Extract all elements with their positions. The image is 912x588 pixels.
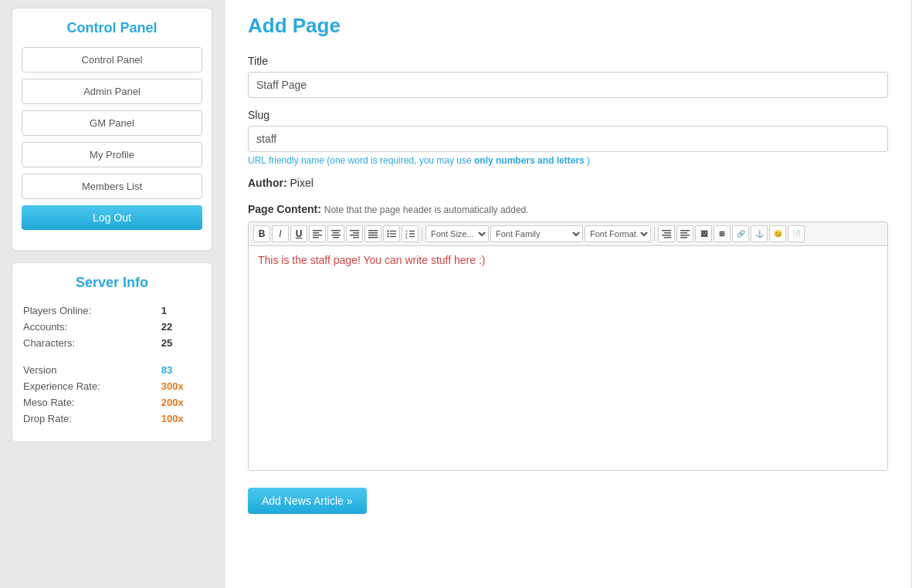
align-justify-button[interactable] (364, 225, 381, 242)
font-family-select[interactable]: Font Family ArialTimes New RomanCourier … (490, 225, 583, 242)
editor-text: This is the staff page! You can write st… (258, 254, 485, 266)
svg-rect-35 (680, 237, 687, 238)
editor-toolbar: B I U (249, 222, 887, 246)
nav-members-list[interactable]: Members List (22, 174, 202, 199)
indent-button[interactable] (658, 225, 675, 242)
title-input[interactable] (248, 72, 888, 98)
ordered-list-button[interactable]: 1.2.3. (402, 225, 419, 242)
players-online-label: Players Online: (23, 303, 160, 318)
svg-rect-14 (368, 235, 378, 236)
version-row: Version 83 (23, 363, 201, 377)
insert-image-button[interactable]: 🖼 (695, 225, 712, 242)
svg-rect-28 (662, 230, 671, 231)
meso-rate-row: Meso Rate: 200x (23, 395, 201, 410)
svg-rect-33 (680, 232, 687, 234)
author-value: Pixel (290, 177, 313, 189)
svg-rect-21 (390, 236, 396, 237)
align-center-button[interactable] (327, 225, 344, 242)
outdent-button[interactable] (676, 225, 693, 242)
svg-rect-1 (313, 232, 319, 234)
svg-rect-15 (368, 237, 378, 238)
svg-rect-6 (331, 235, 341, 236)
svg-rect-11 (353, 237, 359, 238)
nav-admin-panel[interactable]: Admin Panel (22, 79, 202, 104)
exp-rate-value: 300x (161, 379, 201, 394)
bold-button[interactable]: B (253, 225, 270, 242)
meso-rate-value: 200x (161, 395, 201, 410)
drop-rate-value: 100x (161, 411, 201, 426)
page-content-label: Page Content: (248, 203, 321, 215)
exp-rate-label: Experience Rate: (23, 379, 160, 394)
meso-rate-label: Meso Rate: (23, 395, 160, 410)
svg-point-20 (387, 235, 388, 237)
svg-text:3.: 3. (405, 235, 408, 238)
players-online-row: Players Online: 1 (23, 303, 201, 318)
svg-rect-4 (331, 230, 341, 231)
author-line: Author: Pixel (248, 177, 888, 189)
underline-button[interactable]: U (290, 225, 307, 242)
author-label: Author: (248, 177, 287, 189)
insert-table-button[interactable]: ⊞ (714, 225, 731, 242)
server-stats-table: Players Online: 1 Accounts: 22 Character… (22, 302, 202, 427)
page-content-note: Note that the page header is automatical… (324, 204, 529, 215)
slug-input[interactable] (248, 126, 888, 152)
toolbar-sep-2 (654, 227, 655, 241)
drop-rate-label: Drop Rate: (23, 411, 160, 426)
font-format-select[interactable]: Font Format NormalHeading 1Heading 2Head… (585, 225, 651, 242)
characters-value: 25 (161, 336, 201, 350)
characters-row: Characters: 25 (23, 336, 201, 350)
font-size-select[interactable]: Font Size... 810121416182436 (425, 225, 489, 242)
svg-rect-34 (680, 235, 690, 236)
slug-label: Slug (248, 109, 888, 121)
logout-button[interactable]: Log Out (22, 205, 202, 230)
exp-rate-row: Experience Rate: 300x (23, 379, 201, 394)
drop-rate-row: Drop Rate: 100x (23, 411, 201, 426)
version-label: Version (23, 363, 160, 377)
svg-rect-31 (664, 237, 671, 238)
emoticon-button[interactable]: 😊 (769, 225, 786, 242)
svg-rect-17 (390, 231, 396, 231)
svg-rect-30 (662, 235, 671, 236)
version-value: 83 (161, 363, 201, 377)
svg-rect-2 (313, 235, 322, 236)
svg-rect-5 (333, 232, 339, 234)
svg-rect-23 (409, 231, 415, 231)
page-title: Add Page (248, 14, 888, 38)
align-right-button[interactable] (346, 225, 363, 242)
nav-gm-panel[interactable]: GM Panel (22, 110, 202, 136)
svg-rect-32 (680, 230, 690, 231)
svg-rect-19 (390, 233, 396, 234)
accounts-row: Accounts: 22 (23, 319, 201, 334)
accounts-label: Accounts: (23, 319, 160, 334)
insert-link-button[interactable]: 🔗 (732, 225, 749, 242)
control-panel-panel: Control Panel Control Panel Admin Panel … (12, 8, 212, 251)
sidebar: Control Panel Control Panel Admin Panel … (0, 0, 224, 588)
server-info-title: Server Info (22, 275, 202, 291)
slug-hint-bold: only numbers and letters (474, 155, 585, 166)
rich-text-editor: B I U (248, 221, 888, 471)
editor-content-area[interactable]: This is the staff page! You can write st… (249, 246, 887, 470)
source-button[interactable]: 📄 (788, 225, 805, 242)
insert-anchor-button[interactable]: ⚓ (751, 225, 768, 242)
unordered-list-button[interactable] (383, 225, 400, 242)
nav-control-panel[interactable]: Control Panel (22, 47, 202, 73)
italic-button[interactable]: I (272, 225, 289, 242)
svg-rect-9 (353, 232, 359, 234)
svg-rect-7 (333, 237, 339, 238)
svg-rect-10 (350, 235, 359, 236)
server-info-panel: Server Info Players Online: 1 Accounts: … (12, 262, 212, 442)
slug-hint: URL friendly name (one word is required,… (248, 155, 888, 166)
nav-my-profile[interactable]: My Profile (22, 142, 202, 167)
svg-point-18 (387, 233, 388, 235)
svg-rect-8 (350, 230, 359, 231)
players-online-value: 1 (161, 303, 201, 318)
svg-rect-27 (409, 236, 415, 237)
submit-button[interactable]: Add News Article » (248, 488, 367, 514)
slug-hint-end: ) (587, 155, 590, 166)
characters-label: Characters: (23, 336, 160, 350)
page-content-heading: Page Content: Note that the page header … (248, 203, 888, 215)
control-panel-title: Control Panel (22, 20, 202, 36)
align-left-button[interactable] (309, 225, 326, 242)
svg-rect-0 (313, 230, 322, 231)
svg-rect-29 (664, 232, 671, 234)
